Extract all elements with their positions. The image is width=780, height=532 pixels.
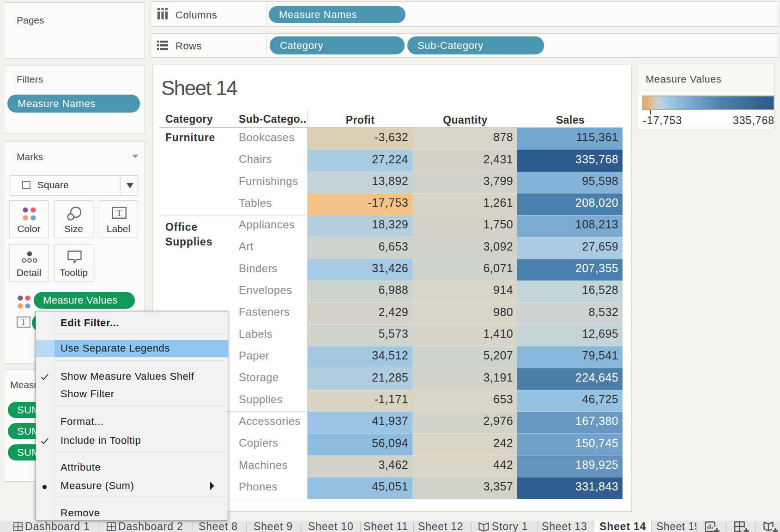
svg-text:T: T xyxy=(116,208,122,218)
svg-text:T: T xyxy=(21,317,26,327)
